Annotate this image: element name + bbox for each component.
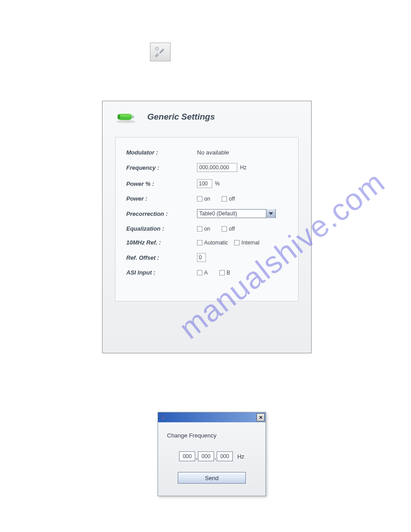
checkbox-power-off[interactable] — [222, 196, 227, 202]
row-ref-offset: Ref. Offset : — [126, 253, 287, 262]
label-power: Power : — [126, 195, 197, 202]
close-button[interactable]: ✕ — [257, 413, 265, 421]
label-precorrection: Precorrection : — [126, 210, 197, 217]
settings-inner-box: Modulator : No available Frequency : Hz … — [115, 137, 299, 301]
svg-rect-1 — [156, 48, 158, 50]
panel-title: Generic Settings — [147, 112, 215, 122]
row-10mhz: 10MHz Ref. : Automatic Internal — [126, 239, 287, 246]
label-modulator: Modulator : — [126, 149, 197, 156]
svg-point-7 — [161, 418, 165, 420]
row-equalization: Equalization : on off — [126, 225, 287, 232]
java-icon — [160, 414, 166, 420]
checkbox-automatic[interactable] — [197, 240, 202, 245]
label-ref-offset: Ref. Offset : — [126, 254, 197, 261]
checkbox-power-on[interactable] — [197, 196, 202, 202]
checkbox-eq-off[interactable] — [222, 226, 227, 232]
row-power: Power : on off — [126, 195, 287, 202]
row-asi-input: ASI Input : A B — [126, 269, 287, 276]
send-button-label: Send — [205, 475, 218, 481]
label-automatic: Automatic — [204, 240, 228, 246]
hz-unit: Hz — [237, 453, 244, 460]
label-power-off: off — [229, 196, 235, 202]
chevron-down-icon — [269, 212, 273, 215]
checkbox-asi-a[interactable] — [197, 270, 202, 275]
label-asi-a: A — [204, 270, 208, 276]
generic-settings-panel: Generic Settings Modulator : No availabl… — [102, 101, 312, 353]
label-equalization: Equalization : — [126, 225, 197, 232]
power-pct-unit: % — [215, 180, 220, 187]
label-power-pct: Power % : — [126, 180, 197, 187]
row-power-pct: Power % : % — [126, 179, 287, 188]
svg-point-6 — [117, 114, 120, 120]
value-modulator: No available — [197, 149, 229, 156]
label-asi-input: ASI Input : — [126, 269, 197, 276]
dialog-titlebar: ✕ — [158, 412, 265, 422]
label-eq-on: on — [204, 226, 210, 232]
precorrection-select[interactable]: Table0 (Default) — [197, 209, 276, 218]
row-precorrection: Precorrection : Table0 (Default) — [126, 209, 287, 218]
svg-point-2 — [116, 120, 135, 123]
label-eq-off: off — [229, 226, 235, 232]
dialog-body: Change Frequency , , Hz Send — [158, 422, 265, 489]
wrench-screwdriver-icon — [154, 45, 167, 59]
frequency-input-group: , , Hz — [167, 451, 257, 461]
dropdown-button[interactable] — [266, 209, 275, 218]
panel-header: Generic Settings — [103, 101, 311, 129]
label-frequency: Frequency : — [126, 164, 197, 171]
send-button[interactable]: Send — [178, 472, 246, 484]
freq-part-3[interactable] — [217, 451, 233, 461]
change-frequency-dialog: ✕ Change Frequency , , Hz Send — [158, 412, 266, 496]
frequency-unit: Hz — [240, 164, 247, 171]
checkbox-eq-on[interactable] — [197, 226, 202, 232]
checkbox-internal[interactable] — [234, 240, 240, 245]
dialog-title: Change Frequency — [167, 432, 257, 439]
close-icon: ✕ — [259, 415, 263, 420]
ref-offset-input[interactable] — [197, 253, 206, 262]
row-frequency: Frequency : Hz — [126, 163, 287, 172]
power-pct-input[interactable] — [197, 179, 212, 188]
label-asi-b: B — [227, 270, 230, 276]
tools-icon[interactable] — [150, 43, 171, 61]
frequency-input[interactable] — [197, 163, 237, 172]
checkbox-asi-b[interactable] — [219, 270, 225, 275]
svg-rect-5 — [132, 116, 134, 119]
label-power-on: on — [204, 196, 210, 202]
row-modulator: Modulator : No available — [126, 149, 287, 156]
freq-part-1[interactable] — [179, 451, 195, 461]
precorrection-selected: Table0 (Default) — [197, 210, 237, 217]
label-10mhz: 10MHz Ref. : — [126, 239, 197, 246]
label-internal: Internal — [241, 240, 259, 246]
freq-part-2[interactable] — [198, 451, 214, 461]
battery-icon — [114, 109, 137, 124]
